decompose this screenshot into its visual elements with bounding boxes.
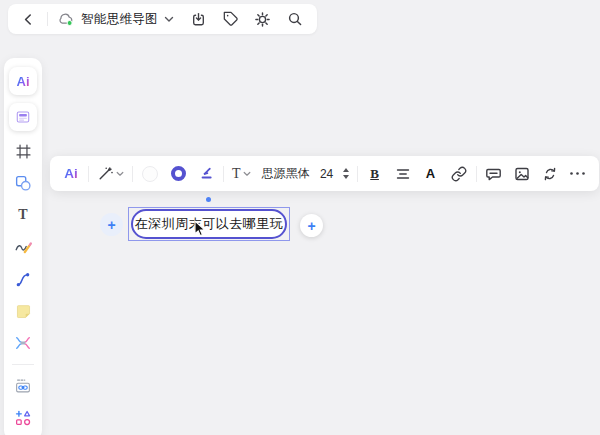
text-color-button[interactable]: A (420, 161, 442, 187)
divider (223, 166, 224, 182)
divider (88, 166, 89, 182)
sidebar-pen-tool[interactable] (11, 235, 35, 259)
format-toolbar: Ai T (50, 156, 599, 191)
fill-color-button[interactable] (139, 161, 161, 187)
node-text: 在深圳周末可以去哪里玩 (135, 215, 284, 233)
stepper-up-icon (343, 168, 349, 172)
sticky-note-icon (14, 302, 33, 321)
document-title-group[interactable]: 智能思维导图 (57, 11, 174, 28)
sidebar-text-tool[interactable]: T (11, 203, 35, 227)
image-button[interactable] (511, 161, 533, 187)
line-style-button[interactable] (195, 161, 217, 187)
sidebar-mindmap-tool[interactable] (11, 331, 35, 355)
frame-icon (14, 142, 33, 161)
gear-icon (254, 11, 271, 28)
search-button[interactable] (285, 9, 305, 29)
ai-assist-button[interactable]: Ai (60, 161, 82, 187)
connector-icon (14, 270, 33, 289)
fill-color-swatch (142, 166, 158, 182)
text-color-icon: A (426, 166, 435, 181)
search-icon (287, 11, 303, 27)
divider (476, 166, 477, 182)
canvas[interactable]: 智能思维导图 (0, 0, 600, 435)
chevron-down-icon (164, 16, 174, 23)
ai-logo: Ai (17, 74, 30, 89)
sidebar-more-shapes-tool[interactable] (11, 406, 35, 430)
add-node-right-button[interactable]: + (300, 214, 323, 237)
download-icon (190, 11, 207, 28)
mindmap-root-node[interactable]: 在深圳周末可以去哪里玩 (131, 209, 287, 239)
image-icon (514, 166, 530, 182)
chevron-down-icon (116, 171, 124, 177)
replace-button[interactable] (539, 161, 561, 187)
comment-button[interactable] (483, 161, 505, 187)
topbar-actions (189, 9, 305, 29)
sidebar-embed-tool[interactable] (11, 374, 35, 398)
back-button[interactable] (18, 9, 38, 29)
border-color-button[interactable] (167, 161, 189, 187)
sidebar-shapes-tool[interactable] (11, 171, 35, 195)
text-style-button[interactable]: T (230, 161, 253, 187)
more-shapes-icon (13, 408, 33, 428)
link-button[interactable] (448, 161, 470, 187)
document-title: 智能思维导图 (81, 11, 158, 28)
more-icon (569, 171, 586, 176)
divider (132, 166, 133, 182)
swap-icon (542, 166, 558, 182)
shapes-icon (13, 173, 33, 193)
comment-icon (485, 166, 502, 182)
add-node-left-button[interactable]: + (100, 213, 123, 236)
top-bar: 智能思维导图 (8, 4, 317, 34)
sidebar-connector-tool[interactable] (11, 267, 35, 291)
embed-link-icon (13, 376, 33, 396)
sidebar-frame-tool[interactable] (11, 139, 35, 163)
chevron-down-icon (243, 171, 251, 177)
template-icon (14, 108, 32, 126)
bold-button[interactable]: B (364, 161, 386, 187)
align-button[interactable] (392, 161, 414, 187)
divider (12, 364, 34, 365)
sidebar-ai-tool[interactable]: Ai (9, 67, 37, 95)
font-family-select[interactable]: 思源黑体 (259, 165, 313, 182)
pen-icon (13, 237, 33, 257)
divider (357, 166, 358, 182)
more-options-button[interactable] (567, 161, 589, 187)
tag-icon (223, 11, 239, 27)
magic-wand-icon (97, 165, 114, 182)
font-size-stepper[interactable] (341, 168, 351, 179)
export-button[interactable] (189, 9, 209, 29)
divider (47, 12, 48, 26)
tool-sidebar: Ai T (4, 58, 42, 435)
stepper-down-icon (343, 175, 349, 179)
magic-style-button[interactable] (95, 161, 126, 187)
ai-label: Ai (64, 166, 78, 181)
node-top-handle[interactable] (206, 197, 211, 202)
sidebar-sticky-note-tool[interactable] (11, 299, 35, 323)
cloud-sync-icon (57, 11, 75, 27)
tag-button[interactable] (221, 9, 241, 29)
text-tool-icon: T (18, 207, 27, 223)
line-style-icon (198, 165, 215, 182)
link-icon (451, 166, 467, 182)
border-color-swatch (171, 166, 186, 181)
sidebar-template-tool[interactable] (9, 103, 37, 131)
chevron-left-icon (21, 12, 36, 27)
align-center-icon (395, 167, 411, 181)
bold-icon: B (370, 166, 379, 182)
settings-button[interactable] (253, 9, 273, 29)
font-size-value[interactable]: 24 (319, 167, 335, 181)
text-style-icon: T (232, 166, 241, 182)
mindmap-icon (13, 333, 33, 353)
